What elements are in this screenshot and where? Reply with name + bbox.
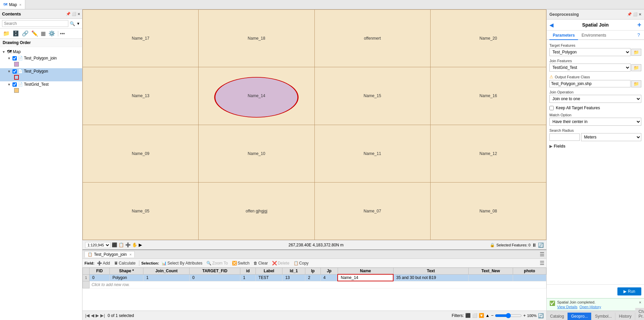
col-photo[interactable]: photo [513, 268, 546, 275]
geo-tab-params[interactable]: Parameters [549, 31, 578, 40]
col-jp[interactable]: Jp [320, 268, 338, 275]
target-features-select[interactable]: Test_Polygon [549, 48, 631, 56]
col-join-count[interactable]: Join_Count [143, 268, 190, 275]
keep-all-field[interactable]: Keep All Target Features [549, 106, 641, 110]
geo-expand-btn[interactable]: ⬜ [633, 12, 638, 16]
cell-name-val[interactable]: Name_14 [338, 274, 393, 281]
tab-history[interactable]: History [615, 313, 635, 320]
map-pause-btn[interactable]: ⏸ [532, 242, 537, 248]
extent-btn[interactable]: ⬛ [112, 242, 117, 247]
zoom-to-btn[interactable]: 🔍 Zoom To [205, 261, 229, 266]
geo-help-btn[interactable]: ? [636, 31, 641, 39]
select-by-attr-btn[interactable]: 📊 Select By Attributes [160, 261, 204, 266]
geo-add-new-btn[interactable]: + [637, 22, 641, 28]
search-radius-unit-select[interactable]: Meters [581, 133, 641, 141]
map-refresh-btn[interactable]: 🔄 [538, 242, 544, 248]
join-features-select[interactable]: TestGrid_Test [549, 64, 631, 72]
polygon-checkbox[interactable] [12, 69, 17, 74]
col-fid[interactable]: FID [90, 268, 110, 275]
col-text-new[interactable]: Text_New [469, 268, 513, 275]
geo-pin-btn[interactable]: 📌 [627, 12, 632, 16]
col-shape[interactable]: Shape * [109, 268, 143, 275]
filter-minus-btn[interactable]: − [491, 313, 494, 318]
scale-select[interactable]: 1:120,945 [85, 242, 110, 248]
run-button[interactable]: ▶ Run [617, 287, 641, 295]
tab-geopro[interactable]: Geopro... [568, 313, 591, 320]
layer-settings-btn[interactable]: ⚙️ [47, 30, 56, 37]
polygon-join-expand-icon[interactable]: ▼ [7, 56, 11, 60]
col-id1[interactable]: Id_1 [282, 268, 305, 275]
col-target-fid[interactable]: TARGET_FID [190, 268, 240, 275]
geo-back-btn[interactable]: ◀ [549, 22, 553, 28]
grid-expand-icon[interactable]: ▼ [7, 83, 11, 86]
col-text[interactable]: Text [393, 268, 469, 275]
filter-btn3[interactable]: 🔽 [479, 313, 484, 318]
attr-more-btn[interactable]: ☰ [540, 260, 544, 266]
search-input[interactable] [2, 20, 68, 27]
identify-btn[interactable]: ➕ [125, 242, 131, 247]
filter-btn2[interactable]: ⬜ [472, 313, 477, 318]
filter-btn1[interactable]: ⬛ [465, 313, 471, 318]
layer-group-btn[interactable]: ▦ [40, 30, 47, 37]
search-dropdown-btn[interactable]: ▼ [76, 22, 80, 26]
polygon-expand-icon[interactable]: ▼ [7, 70, 11, 73]
polygon-join-checkbox[interactable] [12, 56, 17, 61]
bookmark-btn[interactable]: ▶ [139, 242, 142, 247]
table-last-btn[interactable]: ▶| [100, 313, 105, 318]
tree-item-grid[interactable]: ▼ 📄 TestGrid_Test [0, 81, 82, 87]
layer-add-btn[interactable]: 📁 [2, 30, 11, 37]
view-details-link[interactable]: View Details [557, 305, 577, 309]
geo-close-btn[interactable]: × [639, 12, 641, 17]
contents-pin-btn[interactable]: 📌 [66, 11, 71, 16]
col-name[interactable]: Name [338, 268, 393, 275]
filter-plus-btn[interactable]: + [523, 313, 526, 318]
open-history-link[interactable]: Open History [579, 305, 601, 309]
attr-tab[interactable]: 📋 Test_Polygon_join × [84, 251, 135, 257]
fields-section[interactable]: ▶ Fields [549, 144, 641, 149]
more-options-btn[interactable]: ••• [60, 31, 65, 36]
delete-btn[interactable]: ❌ Delete [271, 261, 291, 266]
table-first-btn[interactable]: |◀ [85, 313, 90, 318]
attr-tab-close[interactable]: × [129, 252, 131, 256]
tab-catalog[interactable]: Catalog [547, 313, 568, 320]
copy-btn[interactable]: 📋 Copy [292, 261, 310, 266]
grid-checkbox[interactable] [12, 82, 17, 87]
pan-btn[interactable]: ✋ [132, 242, 137, 247]
geo-status-close-btn[interactable]: × [639, 300, 641, 305]
table-refresh-btn[interactable]: 🔄 [538, 313, 544, 318]
tree-item-polygon-join[interactable]: ▼ 📄 Test_Polygon_join [0, 55, 82, 61]
output-browse-btn[interactable]: 📁 [631, 80, 641, 87]
layer-edit-btn[interactable]: ✏️ [30, 30, 39, 37]
table-prev-btn[interactable]: ◀ [91, 313, 94, 318]
attr-panel-menu-btn[interactable]: ☰ [540, 251, 544, 257]
map-view[interactable]: Name_17 Name_18 offenmert Name_20 Name_1… [82, 9, 546, 240]
table-row[interactable]: 1 0 Polygon 1 0 [83, 274, 546, 281]
map-tab[interactable]: 🗺 Map × [0, 0, 25, 9]
calculate-btn[interactable]: 🖩 Calculate [113, 261, 137, 266]
search-radius-input[interactable] [549, 133, 580, 141]
output-input[interactable] [549, 80, 631, 87]
col-label[interactable]: Label [256, 268, 282, 275]
contents-expand-btn[interactable]: ⬜ [72, 11, 76, 16]
layer-db-btn[interactable]: 🗄️ [11, 30, 20, 37]
keep-all-checkbox[interactable] [549, 106, 554, 110]
switch-btn[interactable]: 🔀 Switch [231, 261, 251, 266]
tree-item-map[interactable]: ▼ 🗺 Map [0, 48, 82, 55]
geo-tab-env[interactable]: Environments [578, 31, 609, 39]
join-operation-select[interactable]: Join one to one [549, 95, 641, 103]
map-expand-icon[interactable]: ▼ [2, 50, 6, 54]
search-button[interactable]: 🔍 [70, 21, 75, 26]
attribute-btn[interactable]: 📋 [118, 242, 124, 247]
attr-table-wrapper[interactable]: FID Shape * Join_Count TARGET_FID id Lab… [82, 268, 546, 311]
contents-close-btn[interactable]: × [77, 11, 80, 16]
zoom-slider[interactable] [495, 313, 522, 318]
col-ip[interactable]: Ip [305, 268, 320, 275]
tab-symbol[interactable]: Symbol... [591, 313, 615, 320]
tree-item-polygon[interactable]: ▼ 📄 Test_Polygon [0, 68, 82, 74]
join-features-browse-btn[interactable]: 📁 [631, 64, 641, 71]
target-features-browse-btn[interactable]: 📁 [631, 49, 641, 56]
layer-filter-btn[interactable]: 🔗 [21, 30, 30, 37]
col-id[interactable]: id [240, 268, 256, 275]
add-field-btn[interactable]: ➕ Add [96, 261, 111, 266]
filter-up-btn[interactable]: ▲ [485, 313, 490, 318]
